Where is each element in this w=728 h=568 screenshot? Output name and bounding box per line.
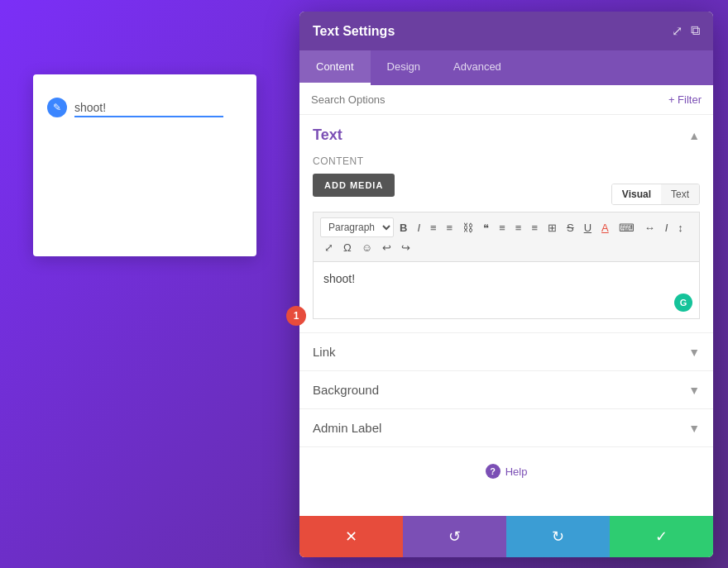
table-button[interactable]: ⊞	[544, 219, 561, 236]
emoji-button[interactable]: ☺	[357, 239, 376, 256]
align-right-button[interactable]: ≡	[527, 219, 542, 236]
bold-button[interactable]: B	[395, 219, 411, 236]
editor-tabs: Visual Text	[611, 184, 700, 205]
editor-area[interactable]: shoot! G	[313, 261, 700, 319]
paragraph-select[interactable]: Paragraph Heading 1 Heading 2	[320, 217, 394, 237]
content-label: Content	[313, 155, 700, 167]
panel-header-icons: ⤢ ⧉	[672, 23, 700, 39]
text-section-content: Content ADD MEDIA Visual Text Paragraph …	[299, 155, 713, 332]
admin-label-section: Admin Label ▼	[299, 409, 713, 447]
canvas-text: shoot!	[74, 99, 223, 117]
text-section-chevron: ▲	[688, 129, 700, 142]
blockquote-button[interactable]: ❝	[479, 219, 493, 236]
italic-button[interactable]: I	[413, 219, 424, 236]
align-center-button[interactable]: ≡	[511, 219, 526, 236]
add-media-button[interactable]: ADD MEDIA	[313, 174, 395, 197]
undo-editor-button[interactable]: ↩	[378, 239, 395, 256]
tab-design[interactable]: Design	[371, 50, 437, 85]
link-section: Link ▼	[299, 333, 713, 371]
panel-body: Text ▲ Content ADD MEDIA Visual Text Par…	[299, 115, 713, 516]
admin-label-section-header[interactable]: Admin Label ▼	[299, 409, 713, 446]
editor-text: shoot!	[323, 272, 355, 285]
link-section-title: Link	[313, 345, 336, 359]
ol-button[interactable]: ≡	[443, 219, 457, 236]
editor-tab-visual[interactable]: Visual	[612, 184, 661, 204]
search-input[interactable]	[311, 93, 668, 106]
add-media-row: ADD MEDIA Visual Text	[313, 174, 700, 205]
cancel-button[interactable]: ✕	[299, 516, 403, 557]
notification-badge: 1	[286, 306, 306, 326]
link-section-chevron: ▼	[688, 346, 700, 359]
background-section-header[interactable]: Background ▼	[299, 371, 713, 408]
text-settings-panel: Text Settings ⤢ ⧉ Content Design Advance…	[299, 12, 713, 557]
text-section: Text ▲ Content ADD MEDIA Visual Text Par…	[299, 115, 713, 333]
background-section: Background ▼	[299, 371, 713, 409]
font-color-button[interactable]: A	[597, 219, 613, 236]
font-size-button[interactable]: ⌨	[615, 219, 639, 236]
panel-header: Text Settings ⤢ ⧉	[299, 12, 713, 50]
text-section-header[interactable]: Text ▲	[299, 115, 713, 155]
indent-button[interactable]: ↔	[640, 219, 659, 236]
background-section-chevron: ▼	[688, 384, 700, 397]
underline-button[interactable]: U	[580, 219, 596, 236]
admin-label-section-chevron: ▼	[688, 422, 700, 435]
help-label[interactable]: Help	[505, 465, 528, 478]
link-button[interactable]: ⛓	[458, 219, 477, 236]
panel-tabs: Content Design Advanced	[299, 50, 713, 85]
background-section-title: Background	[313, 383, 379, 397]
search-bar: + Filter	[299, 85, 713, 115]
editor-tab-text[interactable]: Text	[661, 184, 699, 204]
canvas-area: ✎ shoot!	[33, 74, 256, 256]
editor-toolbar: Paragraph Heading 1 Heading 2 B I ≡ ≡ ⛓ …	[313, 212, 700, 261]
tab-content[interactable]: Content	[299, 50, 371, 85]
panel-title: Text Settings	[313, 24, 395, 39]
link-section-header[interactable]: Link ▼	[299, 333, 713, 370]
layout-icon[interactable]: ⧉	[691, 23, 700, 39]
fullscreen-button[interactable]: ⤢	[320, 239, 338, 256]
undo-button[interactable]: ↺	[403, 516, 506, 557]
italic2-button[interactable]: I	[661, 219, 673, 236]
align-left-button[interactable]: ≡	[495, 219, 510, 236]
admin-label-section-title: Admin Label	[313, 421, 381, 435]
panel-footer: ✕ ↺ ↻ ✓	[299, 516, 713, 557]
redo-button[interactable]: ↻	[506, 516, 610, 557]
help-icon: ?	[486, 464, 500, 479]
expand-icon[interactable]: ⤢	[672, 23, 682, 39]
line-height-button[interactable]: ↕	[673, 219, 687, 236]
help-section: ? Help	[299, 447, 713, 495]
grammarly-icon: G	[674, 294, 692, 312]
filter-button[interactable]: + Filter	[668, 93, 702, 106]
save-button[interactable]: ✓	[610, 516, 713, 557]
ul-button[interactable]: ≡	[426, 219, 441, 236]
text-section-title: Text	[313, 126, 342, 144]
redo-editor-button[interactable]: ↪	[397, 239, 414, 256]
tab-advanced[interactable]: Advanced	[437, 50, 518, 85]
edit-icon: ✎	[47, 98, 67, 117]
special-chars-button[interactable]: Ω	[339, 239, 356, 256]
strikethrough-button[interactable]: S	[563, 219, 578, 236]
